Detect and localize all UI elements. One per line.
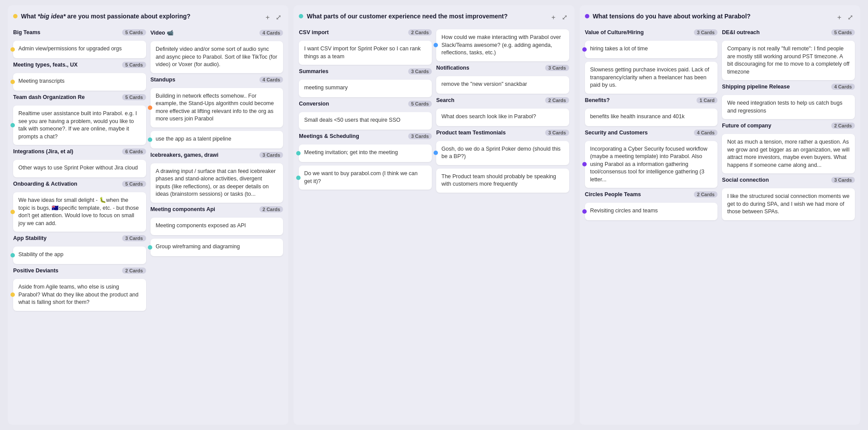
card[interactable]: Not as much a tension, more rather a que… [722, 134, 855, 173]
lane-title: Positive Deviants [13, 268, 59, 274]
lane-header: CSV import2 Cards [299, 29, 432, 35]
card-dot [10, 293, 15, 297]
card-text: What does search look like in Parabol? [441, 113, 564, 121]
card-dot [434, 151, 438, 155]
column-2: What tensions do you have about working … [580, 5, 860, 425]
card[interactable]: Aside from Agile teams, who else is usin… [13, 279, 146, 311]
card[interactable]: Other ways to use Sprint Poker without J… [13, 160, 146, 177]
column-header-2: What tensions do you have about working … [585, 11, 855, 24]
lane-group-0: Big Teams5 CardsAdmin view/permissions f… [13, 29, 146, 419]
lane-header: Onboarding & Activation5 Cards [13, 181, 146, 187]
lane-title: CSV import [299, 29, 329, 35]
lane-title: Meeting components Api [150, 206, 215, 212]
card[interactable]: Meeting components exposed as API [150, 218, 284, 235]
lane-header: Meetings & Scheduling3 Cards [299, 133, 432, 139]
expand-column-button[interactable]: ⤢ [274, 12, 283, 22]
lane-header: Circles People Teams2 Cards [585, 191, 718, 197]
card[interactable]: remove the "new version" snackbar [436, 76, 569, 94]
expand-column-button[interactable]: ⤢ [560, 12, 569, 22]
card-count-badge: 4 Cards [694, 130, 718, 136]
lane-header: Big Teams5 Cards [13, 29, 146, 35]
card-text: Incorporating a Cyber Security focused w… [590, 145, 713, 184]
card[interactable]: Company is not really "full remote": I f… [722, 41, 855, 80]
card-text: Gosh, do we do a Sprint Poker demo (shou… [441, 145, 564, 161]
lane-title: Meeting types, feats., UX [13, 62, 77, 68]
lane-title: Summaries [299, 68, 328, 74]
lane-group-1: Video 📹4 CardsDefinitely video and/or so… [150, 29, 284, 419]
card-text: Meeting transcripts [18, 78, 141, 85]
card[interactable]: Do we want to buy parabol.com (I think w… [299, 166, 432, 190]
card[interactable]: Group wireframing and diagraming [150, 239, 284, 256]
card[interactable]: The Product team should probably be spea… [436, 169, 569, 193]
lane-title: Search [436, 97, 455, 103]
column-header-0: What *big idea* are you most passionate … [13, 11, 283, 24]
lane-title: DE&I outreach [722, 29, 760, 35]
card[interactable]: Realtime user assistance built into Para… [13, 106, 146, 145]
column-title: What parts of our customer experience ne… [307, 12, 508, 20]
card-text: Meeting components exposed as API [156, 222, 278, 230]
card-count-badge: 4 Cards [259, 77, 283, 83]
card-count-badge: 2 Cards [259, 206, 283, 212]
card-count-badge: 3 Cards [831, 177, 855, 183]
lane-title: Integrations (Jira, et al) [13, 148, 74, 155]
card[interactable]: Incorporating a Cyber Security focused w… [585, 141, 718, 188]
card[interactable]: I like the structured social connection … [722, 188, 855, 220]
card-text: Small deals <50 users that require SSO [304, 116, 427, 124]
card-text: Definitely video and/or some sort of aud… [156, 46, 278, 69]
lane-header: Positive Deviants2 Cards [13, 268, 146, 274]
card-text: benefits like health insurance and 401k [590, 113, 713, 121]
lane-title: Future of company [722, 123, 771, 129]
lane-header: Social connection3 Cards [722, 177, 855, 183]
card-count-badge: 2 Cards [545, 97, 569, 103]
column-0: What *big idea* are you most passionate … [8, 5, 288, 425]
lane-group-1: DE&I outreach5 CardsCompany is not reall… [722, 29, 855, 419]
add-column-button[interactable]: + [836, 13, 843, 22]
lane-header: Value of Culture/Hiring3 Cards [585, 29, 718, 35]
card[interactable]: We have ideas for small delight - 🐛when … [13, 192, 146, 232]
card[interactable]: Gosh, do we do a Sprint Poker demo (shou… [436, 141, 569, 165]
column-header-1: What parts of our customer experience ne… [299, 11, 569, 24]
expand-column-button[interactable]: ⤢ [846, 12, 855, 22]
card[interactable]: benefits like health insurance and 401k [585, 109, 718, 126]
card-count-badge: 3 Cards [408, 133, 432, 139]
card[interactable]: Building in network effects somehow.. Fo… [150, 88, 284, 127]
column-title: What tensions do you have about working … [593, 12, 751, 20]
card[interactable]: What does search look like in Parabol? [436, 109, 569, 126]
lane-title: Shipping pipeline Release [722, 84, 790, 90]
card-count-badge: 4 Cards [259, 30, 283, 36]
card-count-badge: 5 Cards [122, 62, 146, 68]
add-column-button[interactable]: + [550, 13, 557, 22]
card-dot [296, 151, 301, 155]
card-text: We need integration tests to help us cat… [727, 99, 850, 115]
card[interactable]: meeting summary [299, 80, 432, 97]
column-content: Big Teams5 CardsAdmin view/permissions f… [13, 29, 283, 419]
card[interactable]: Small deals <50 users that require SSO [299, 112, 432, 130]
add-column-button[interactable]: + [264, 13, 271, 22]
card[interactable]: Meeting transcripts [13, 73, 146, 91]
card[interactable]: use the app as a talent pipeline [150, 131, 284, 148]
card[interactable]: Definitely video and/or some sort of aud… [150, 41, 284, 73]
card[interactable]: Meeting invitation; get into the meeting [299, 145, 432, 162]
card[interactable]: A drawing input / surface that can feed … [150, 163, 284, 203]
card[interactable]: I want CSV import for Sprint Poker so I … [299, 41, 432, 65]
lane-header: Meeting components Api2 Cards [150, 206, 284, 212]
card[interactable]: Slowness getting purchase invoices paid.… [585, 62, 718, 94]
card[interactable]: hiring takes a lot of time [585, 41, 718, 58]
card-dot [10, 47, 15, 52]
card-text: The Product team should probably be spea… [441, 173, 564, 188]
card[interactable]: Revisiting circles and teams [585, 203, 718, 220]
card[interactable]: Admin view/permissions for upgraded orgs [13, 41, 146, 58]
card-text: remove the "new version" snackbar [441, 81, 564, 88]
column-content: CSV import2 CardsI want CSV import for S… [299, 29, 569, 419]
card[interactable]: How could we make interacting with Parab… [436, 29, 569, 61]
column-dot [585, 14, 589, 18]
card-count-badge: 3 Cards [545, 130, 569, 136]
card[interactable]: We need integration tests to help us cat… [722, 95, 855, 119]
card-dot [434, 43, 438, 47]
card-count-badge: 3 Cards [408, 68, 432, 74]
lane-title: Big Teams [13, 29, 40, 35]
card-dot [296, 176, 301, 180]
lane-header: Future of company2 Cards [722, 123, 855, 129]
column-content: Value of Culture/Hiring3 Cardshiring tak… [585, 29, 855, 419]
card[interactable]: Stability of the app [13, 247, 146, 264]
